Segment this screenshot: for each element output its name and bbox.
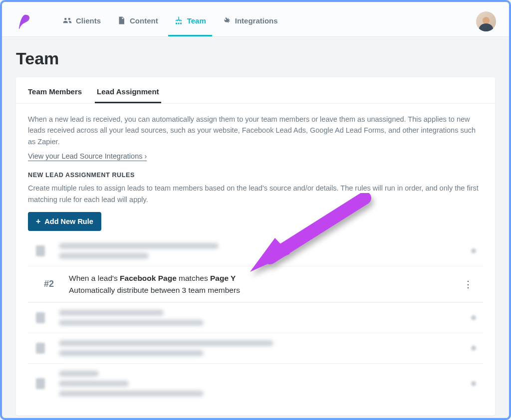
rule-menu-button[interactable]: ⋮ [459,276,477,293]
nav-integrations-label: Integrations [235,16,278,25]
rules-section-description: Create multiple rules to assign leads to… [28,183,483,205]
nav-team[interactable]: Team [168,6,212,36]
drag-handle-icon [36,245,45,256]
rule-text: When a lead's Facebook Page matches Page… [69,272,240,296]
top-nav-left: Clients Content Team Integrations [15,6,284,36]
kebab-icon [471,315,476,320]
team-card: Team Members Lead Assignment When a new … [16,77,495,416]
nav-content[interactable]: Content [111,6,164,36]
kebab-icon [471,248,476,253]
rule-condition-line: When a lead's Facebook Page matches Page… [69,272,240,284]
rule-action-line: Automatically distribute between 3 team … [69,284,240,296]
nav-content-label: Content [130,16,158,25]
integrations-link[interactable]: View your Lead Source Integrations › [28,152,147,160]
plus-icon: + [36,217,40,226]
nav-clients[interactable]: Clients [57,6,107,36]
nav-clients-label: Clients [76,16,101,25]
rules-section-label: NEW LEAD ASSIGNMENT RULES [28,172,483,179]
document-icon [117,16,126,25]
drag-handle-icon [36,378,45,389]
drag-handle-icon [36,312,45,323]
rules-list: #2 When a lead's Facebook Page matches P… [28,236,483,404]
lead-assignment-panel: When a new lead is received, you can aut… [16,104,495,406]
org-chart-icon [174,16,183,25]
nav-integrations[interactable]: Integrations [216,6,284,36]
nav-team-label: Team [187,16,206,25]
rule-index: #2 [44,279,58,289]
tab-team-members[interactable]: Team Members [26,83,84,103]
rule-row-2[interactable]: #2 When a lead's Facebook Page matches P… [28,266,483,302]
rule-row-blurred [28,302,483,333]
app-logo-icon [15,12,33,30]
top-nav-bar: Clients Content Team Integrations [2,2,509,37]
add-new-rule-label: Add New Rule [44,217,93,225]
kebab-icon [471,346,476,351]
user-avatar[interactable] [476,11,496,31]
people-icon [63,16,72,25]
panel-description: When a new lead is received, you can aut… [28,114,483,147]
gears-icon [222,16,231,25]
tab-lead-assignment[interactable]: Lead Assignment [95,83,161,103]
page-title: Team [2,37,509,77]
add-new-rule-button[interactable]: + Add New Rule [28,212,101,231]
rule-row-blurred [28,333,483,363]
kebab-icon [471,381,476,386]
kebab-icon: ⋮ [464,279,472,289]
drag-handle-icon [36,343,45,354]
primary-nav: Clients Content Team Integrations [57,6,284,36]
team-tabs: Team Members Lead Assignment [16,77,495,104]
rule-row-blurred [28,236,483,266]
rule-row-blurred [28,363,483,404]
